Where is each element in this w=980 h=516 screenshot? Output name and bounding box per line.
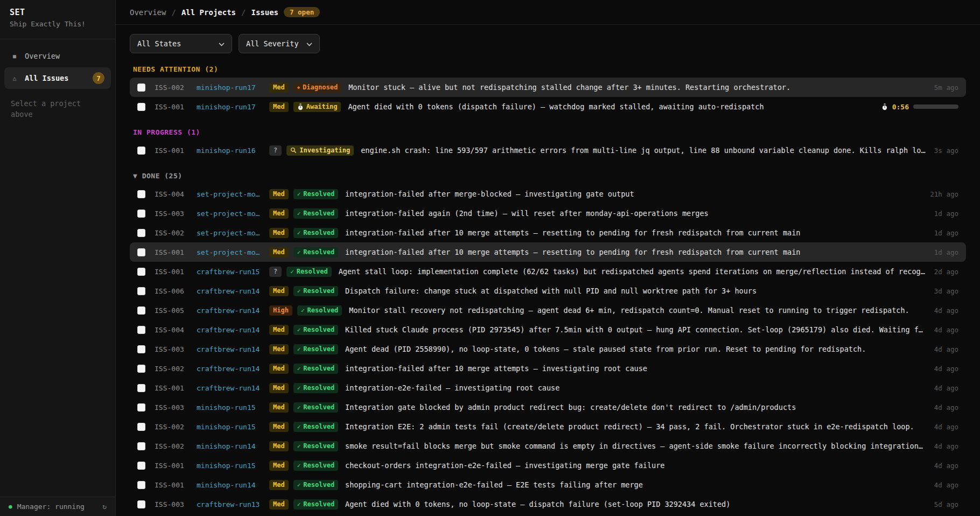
timestamp: 5d ago <box>934 500 958 508</box>
project-link[interactable]: set-project-mo… <box>197 229 262 237</box>
issue-row[interactable]: ISS-003craftbrew-run14Med✓ResolvedAgent … <box>130 339 966 359</box>
check-icon: ✓ <box>297 423 301 430</box>
issue-checkbox[interactable] <box>137 210 145 218</box>
project-link[interactable]: set-project-mo… <box>197 248 262 256</box>
status-label: Resolved <box>303 481 334 489</box>
status-label: Resolved <box>303 365 334 372</box>
issue-title: Monitor stall recovery not redispatching… <box>349 306 927 315</box>
severity-badge: ? <box>269 145 282 156</box>
status-badge: ✓Resolved <box>293 499 338 510</box>
issue-checkbox[interactable] <box>137 481 145 489</box>
section-header-done[interactable]: ▼ DONE (25) <box>133 172 966 180</box>
project-link[interactable]: minishop-run17 <box>197 103 262 111</box>
breadcrumb-overview[interactable]: Overview <box>130 8 166 17</box>
triangle-icon: △ <box>11 75 18 82</box>
issue-row[interactable]: ISS-002craftbrew-run13Med✓Resolvedadmin-… <box>130 514 966 516</box>
issue-checkbox[interactable] <box>137 248 145 256</box>
issue-checkbox[interactable] <box>137 403 145 412</box>
issue-row[interactable]: ISS-004craftbrew-run14Med✓ResolvedKilled… <box>130 320 966 339</box>
issue-title: integration-e2e-failed — investigating r… <box>345 383 927 392</box>
project-link[interactable]: craftbrew-run15 <box>197 268 262 276</box>
sidebar-item-overview[interactable]: ■ Overview <box>4 47 111 65</box>
issue-row[interactable]: ISS-003set-project-mo…Med✓Resolvedintegr… <box>130 204 966 223</box>
issue-row[interactable]: ISS-002minishop-run17Med◆DiagnosedMonito… <box>130 78 966 97</box>
issue-row[interactable]: ISS-003minishop-run15Med✓ResolvedIntegra… <box>130 398 966 417</box>
issue-id: ISS-004 <box>155 326 188 334</box>
issue-checkbox[interactable] <box>137 442 145 450</box>
issue-checkbox[interactable] <box>137 384 145 392</box>
sidebar-item-label: Overview <box>25 52 60 60</box>
issue-row[interactable]: ISS-001craftbrew-run14Med✓Resolvedintegr… <box>130 378 966 398</box>
breadcrumb-all-projects[interactable]: All Projects <box>181 8 236 17</box>
project-link[interactable]: minishop-run16 <box>197 147 262 155</box>
project-link[interactable]: minishop-run15 <box>197 403 262 412</box>
project-link[interactable]: craftbrew-run14 <box>197 287 262 295</box>
check-icon: ✓ <box>290 268 294 275</box>
issue-row[interactable]: ISS-001minishop-run17MedAwaitingAgent di… <box>130 97 966 116</box>
issue-id: ISS-003 <box>155 403 188 412</box>
project-link[interactable]: set-project-mo… <box>197 190 262 198</box>
issue-checkbox[interactable] <box>137 345 145 353</box>
timer-value: 0:56 <box>892 103 909 111</box>
issue-checkbox[interactable] <box>137 462 145 470</box>
project-link[interactable]: craftbrew-run14 <box>197 326 262 334</box>
project-link[interactable]: craftbrew-run14 <box>197 306 262 315</box>
project-link[interactable]: minishop-run14 <box>197 481 262 489</box>
issue-checkbox[interactable] <box>137 287 145 295</box>
severity-filter-select[interactable]: All Severity <box>239 34 320 53</box>
issue-checkbox[interactable] <box>137 500 145 508</box>
timestamp: 1d ago <box>934 229 958 237</box>
issue-row[interactable]: ISS-002minishop-run14Med✓Resolvedsmoke_r… <box>130 436 966 456</box>
project-link[interactable]: minishop-run15 <box>197 423 262 431</box>
sidebar-item-label: All Issues <box>25 74 68 82</box>
issue-row[interactable]: ISS-001craftbrew-run15?✓ResolvedAgent st… <box>130 262 966 281</box>
status-badge: ✓Resolved <box>293 461 338 471</box>
project-link[interactable]: craftbrew-run13 <box>197 500 262 508</box>
issue-checkbox[interactable] <box>137 326 145 334</box>
issue-checkbox[interactable] <box>137 190 145 198</box>
sidebar-item-all-issues[interactable]: △ All Issues 7 <box>4 67 111 89</box>
issue-row[interactable]: ISS-003craftbrew-run13Med✓ResolvedAgent … <box>130 494 966 514</box>
issue-checkbox[interactable] <box>137 306 145 315</box>
issue-checkbox[interactable] <box>137 365 145 373</box>
issue-checkbox[interactable] <box>137 103 145 111</box>
issue-id: ISS-001 <box>155 103 188 111</box>
issue-id: ISS-004 <box>155 190 188 198</box>
breadcrumb-issues[interactable]: Issues <box>251 8 278 17</box>
project-link[interactable]: craftbrew-run14 <box>197 345 262 353</box>
issue-row[interactable]: ISS-001minishop-run16?Investigatingengin… <box>130 141 966 160</box>
issue-count-badge: 7 <box>93 72 104 84</box>
refresh-icon[interactable]: ↻ <box>102 503 107 511</box>
severity-badge: Med <box>269 247 289 257</box>
issue-checkbox[interactable] <box>137 423 145 431</box>
project-link[interactable]: minishop-run15 <box>197 462 262 470</box>
project-link[interactable]: minishop-run17 <box>197 83 262 92</box>
issue-title: engine.sh crash: line 593/597 arithmetic… <box>361 146 927 155</box>
open-count-badge: 7 open <box>284 7 320 17</box>
issue-id: ISS-001 <box>155 481 188 489</box>
issue-row[interactable]: ISS-002craftbrew-run14Med✓Resolvedintegr… <box>130 359 966 378</box>
project-link[interactable]: craftbrew-run14 <box>197 365 262 373</box>
issue-row[interactable]: ISS-005craftbrew-run14High✓ResolvedMonit… <box>130 301 966 320</box>
issue-row[interactable]: ISS-001minishop-run15Med✓Resolvedcheckou… <box>130 456 966 475</box>
issue-row[interactable]: ISS-002minishop-run15Med✓ResolvedIntegra… <box>130 417 966 436</box>
status-label: Resolved <box>307 306 339 314</box>
states-filter-select[interactable]: All States <box>130 34 232 53</box>
app-subtitle: Ship Exactly This! <box>10 20 106 28</box>
status-badge: Investigating <box>286 145 354 156</box>
timestamp: 3s ago <box>934 147 958 155</box>
issue-row[interactable]: ISS-001minishop-run14Med✓Resolvedshoppin… <box>130 475 966 494</box>
sidebar-spacer <box>0 127 115 497</box>
issue-title: Integration E2E: 2 admin tests fail (cre… <box>345 422 927 431</box>
issue-row[interactable]: ISS-002set-project-mo…Med✓Resolvedintegr… <box>130 223 966 242</box>
project-link[interactable]: minishop-run14 <box>197 442 262 450</box>
project-link[interactable]: craftbrew-run14 <box>197 384 262 392</box>
issue-checkbox[interactable] <box>137 268 145 276</box>
issue-row[interactable]: ISS-001set-project-mo…Med✓Resolvedintegr… <box>130 242 966 262</box>
issue-row[interactable]: ISS-006craftbrew-run14Med✓ResolvedDispat… <box>130 281 966 301</box>
issue-checkbox[interactable] <box>137 83 145 92</box>
issue-checkbox[interactable] <box>137 147 145 155</box>
issue-row[interactable]: ISS-004set-project-mo…Med✓Resolvedintegr… <box>130 184 966 204</box>
project-link[interactable]: set-project-mo… <box>197 210 262 218</box>
issue-checkbox[interactable] <box>137 229 145 237</box>
